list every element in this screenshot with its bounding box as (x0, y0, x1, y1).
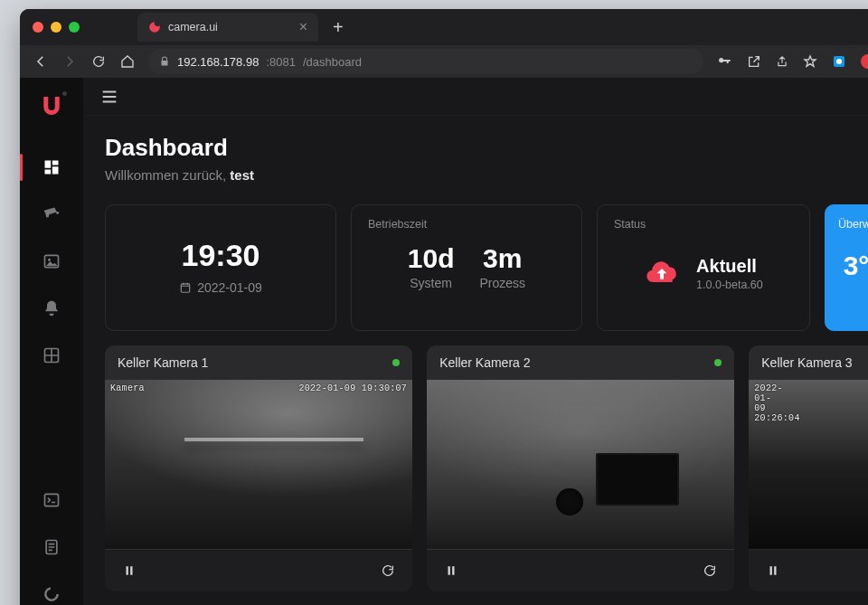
url-path: /dashboard (303, 55, 362, 69)
live-indicator-icon (392, 359, 400, 366)
topbar (83, 78, 868, 116)
open-external-icon[interactable] (747, 54, 761, 69)
stat-cards-row: 19:30 2022-01-09 Betriebszeit 10d System (105, 204, 868, 331)
camera-footer (749, 550, 868, 591)
clock-date: 2022-01-09 (197, 280, 262, 295)
svg-rect-8 (181, 283, 189, 291)
status-version: 1.0.0-beta.60 (696, 279, 763, 291)
camera-osd-timestamp: 2022-01-09 19:30:07 (298, 383, 407, 393)
menu-button[interactable] (99, 87, 119, 107)
browser-tab-strip: camera.ui × + (20, 9, 868, 45)
tab-close-button[interactable]: × (299, 20, 307, 34)
page-title: Dashboard (105, 134, 868, 162)
extension-icon[interactable] (832, 54, 846, 69)
camera-osd-label: Kamera (110, 383, 121, 394)
profile-avatar[interactable] (861, 54, 868, 69)
sidebar-item-cameras[interactable] (20, 203, 83, 226)
logo-status-dot (61, 90, 69, 98)
sidebar (20, 78, 83, 605)
uptime-system: 10d System (408, 243, 455, 290)
status-label: Status (614, 218, 793, 231)
sidebar-item-console[interactable] (20, 488, 83, 512)
camera-feed[interactable]: 2022-01-09 20:26:04 (749, 380, 868, 550)
camera-feed[interactable]: Kamera 2022-01-09 19:30:07 (105, 380, 412, 550)
window-minimize-button[interactable] (51, 22, 61, 33)
share-icon[interactable] (776, 54, 788, 69)
bookmark-star-icon[interactable] (803, 54, 817, 69)
browser-toolbar: 192.168.178.98:8081/dashboard (20, 45, 868, 78)
camera-feed[interactable] (427, 380, 734, 550)
browser-reload-button[interactable] (90, 54, 107, 69)
pause-button[interactable] (761, 559, 785, 582)
welcome-prefix: Willkommen zurück, (105, 167, 230, 183)
new-tab-button[interactable]: + (318, 17, 358, 38)
app-logo[interactable] (36, 90, 67, 121)
camera-name: Keller Kamera 2 (439, 355, 530, 370)
camera-card[interactable]: Keller Kamera 2 (427, 345, 734, 591)
svg-point-1 (836, 59, 842, 64)
address-bar[interactable]: 192.168.178.98:8081/dashboard (148, 49, 703, 74)
image-icon (42, 252, 61, 270)
browser-tab[interactable]: camera.ui × (137, 13, 318, 42)
sidebar-item-notifications[interactable] (20, 297, 83, 320)
weather-label: Überw (838, 218, 868, 231)
app-root: Dashboard Willkommen zurück, test 19:30 … (20, 78, 868, 605)
clock-date-row: 2022-01-09 (179, 280, 262, 295)
hamburger-icon (99, 87, 119, 107)
cloud-upload-icon (644, 255, 680, 291)
pause-icon (767, 564, 779, 577)
grid-icon (42, 158, 61, 176)
camera-osd-timestamp: 2022-01-09 20:26:04 (754, 383, 765, 394)
reload-button[interactable] (698, 559, 722, 582)
pause-button[interactable] (118, 559, 141, 582)
browser-home-button[interactable] (119, 54, 136, 69)
donut-icon (42, 585, 61, 603)
window-fullscreen-button[interactable] (69, 22, 80, 33)
camera-header: Keller Kamera 2 (427, 345, 734, 380)
sidebar-item-gallery[interactable] (20, 250, 83, 273)
reload-button[interactable] (376, 559, 400, 582)
weather-card: Überw 3° (825, 204, 868, 331)
pause-icon (445, 564, 458, 577)
sidebar-item-layout[interactable] (20, 344, 83, 367)
uptime-process-value: 3m (479, 243, 525, 274)
camera-name: Keller Kamera 3 (761, 355, 852, 370)
browser-tab-title: camera.ui (168, 21, 218, 33)
window-traffic-lights[interactable] (33, 22, 80, 33)
reload-icon (381, 563, 395, 578)
uptime-process: 3m Prozess (479, 243, 525, 290)
clock-card: 19:30 2022-01-09 (105, 204, 336, 331)
terminal-icon (42, 491, 61, 509)
camera-card[interactable]: Keller Kamera 3 2022-01-09 20:26:04 (749, 345, 868, 591)
uptime-system-sublabel: System (408, 276, 455, 290)
sidebar-item-dashboard[interactable] (20, 156, 83, 179)
sidebar-item-logs[interactable] (20, 535, 83, 559)
uptime-process-sublabel: Prozess (479, 276, 525, 290)
svg-rect-5 (45, 494, 59, 506)
uptime-system-value: 10d (408, 243, 455, 274)
sidebar-item-stats[interactable] (20, 582, 83, 605)
feed-decoration (556, 488, 583, 515)
browser-back-button[interactable] (33, 53, 49, 70)
key-icon[interactable] (716, 54, 732, 69)
uptime-card: Betriebszeit 10d System 3m Prozess (351, 204, 582, 331)
feed-decoration (184, 438, 363, 441)
window-grid-icon (42, 346, 61, 364)
pause-button[interactable] (439, 559, 463, 582)
weather-temp: 3° (838, 251, 868, 281)
status-text: Aktuell 1.0.0-beta.60 (696, 256, 763, 291)
document-icon (42, 538, 61, 556)
camera-row: Keller Kamera 1 Kamera 2022-01-09 19:30:… (105, 345, 868, 591)
url-host: 192.168.178.98 (177, 55, 259, 69)
reload-icon (703, 563, 717, 578)
calendar-icon (179, 281, 192, 294)
window-close-button[interactable] (33, 22, 43, 33)
content: Dashboard Willkommen zurück, test 19:30 … (83, 116, 868, 591)
main: Dashboard Willkommen zurück, test 19:30 … (83, 78, 868, 605)
browser-forward-button[interactable] (61, 53, 78, 70)
status-card: Status Aktuell 1.0.0-beta.60 (597, 204, 810, 331)
bell-icon (42, 299, 61, 317)
camera-card[interactable]: Keller Kamera 1 Kamera 2022-01-09 19:30:… (105, 345, 412, 591)
svg-point-7 (45, 588, 57, 600)
welcome-text: Willkommen zurück, test (105, 167, 868, 183)
